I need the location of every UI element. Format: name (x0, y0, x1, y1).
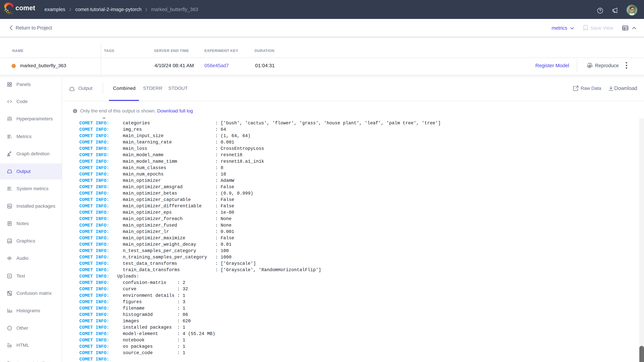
svg-text:Py: Py (8, 205, 11, 208)
svg-text:HTML: HTML (7, 345, 12, 347)
svg-text:Tt: Tt (8, 275, 10, 278)
